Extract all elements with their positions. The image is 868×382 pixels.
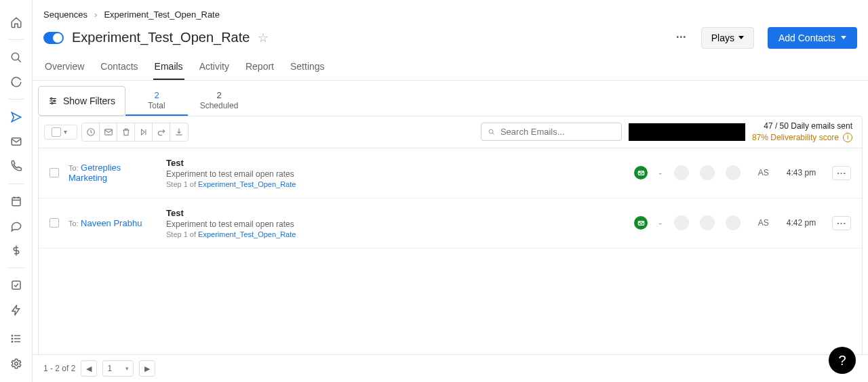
trash-icon[interactable] [117, 123, 135, 141]
redo-icon[interactable] [153, 123, 170, 141]
dash: - [658, 218, 661, 228]
tab-contacts[interactable]: Contacts [99, 54, 139, 80]
search-emails-box[interactable] [481, 123, 622, 141]
dash: - [658, 168, 661, 178]
email-row[interactable]: To: Getreplies Marketing Test Experiment… [39, 148, 862, 198]
stats-box: 47 / 50 Daily emails sent 87% Deliverabi… [752, 121, 856, 144]
email-time: 4:43 pm [787, 168, 816, 177]
filter-tile-total[interactable]: 2 Total [125, 86, 188, 116]
filter-bar: Show Filters 2 Total 2 Scheduled [38, 86, 863, 116]
svg-point-25 [489, 129, 493, 133]
phone-icon[interactable] [5, 156, 27, 176]
page-number-input[interactable]: 1 ▾ [102, 360, 134, 377]
owner-initials: AS [758, 168, 769, 177]
mail-icon[interactable] [5, 131, 27, 152]
chevron-right-icon: › [94, 9, 97, 20]
settings-gear-icon[interactable] [5, 353, 27, 373]
status-sent-icon [634, 166, 648, 179]
row-checkbox[interactable] [50, 218, 59, 228]
status-placeholder-icon [726, 165, 741, 180]
status-placeholder-icon [674, 165, 689, 180]
pagination-range: 1 - 2 of 2 [43, 364, 75, 373]
svg-point-15 [14, 362, 18, 365]
send-icon[interactable] [5, 106, 27, 127]
list-icon[interactable] [5, 328, 27, 349]
mail-icon[interactable] [100, 123, 117, 141]
sequence-link[interactable]: Experiment_Test_Open_Rate [198, 180, 296, 188]
search-icon[interactable] [5, 47, 27, 67]
email-preview: Experiment to test email open rates [166, 169, 625, 179]
plays-button[interactable]: Plays [701, 27, 754, 49]
status-placeholder-icon [700, 215, 715, 230]
status-placeholder-icon [700, 165, 715, 180]
filter-count: 2 [136, 90, 177, 100]
dollar-icon[interactable] [5, 240, 27, 261]
schedule-icon[interactable] [82, 123, 100, 141]
calendar-icon[interactable] [5, 191, 27, 211]
svg-point-12 [12, 335, 13, 337]
recipient-link[interactable]: Naveen Prabhu [81, 218, 142, 228]
svg-rect-8 [12, 281, 20, 289]
redacted-block [629, 123, 745, 141]
svg-point-19 [51, 98, 52, 99]
email-content: Test Experiment to test email open rates… [166, 158, 625, 188]
email-subject: Test [166, 158, 625, 168]
more-actions-icon[interactable]: ··· [669, 26, 693, 49]
show-filters-label: Show Filters [63, 96, 115, 106]
next-page-icon[interactable]: ▶ [139, 360, 155, 377]
search-input[interactable] [500, 127, 614, 137]
tab-report[interactable]: Report [244, 54, 275, 80]
daily-emails-stat: 47 / 50 Daily emails sent [752, 121, 852, 132]
select-all-dropdown-icon[interactable]: ▾ [64, 128, 74, 135]
email-row[interactable]: To: Naveen Prabhu Test Experiment to tes… [39, 198, 862, 249]
chevron-down-icon: ▾ [125, 365, 129, 372]
breadcrumb: Sequences › Experiment_Test_Open_Rate [33, 0, 868, 22]
download-icon[interactable] [170, 123, 188, 141]
email-content: Test Experiment to test email open rates… [166, 208, 625, 238]
home-icon[interactable] [5, 12, 27, 33]
chat-icon[interactable] [5, 215, 27, 236]
toolbar: ▾ 47 / 50 Daily emails sent 87% Delivera… [38, 116, 863, 148]
filter-tile-scheduled[interactable]: 2 Scheduled [188, 86, 250, 116]
email-list: To: Getreplies Marketing Test Experiment… [38, 148, 863, 365]
svg-point-14 [12, 341, 13, 343]
info-icon[interactable]: i [843, 133, 852, 142]
select-all-checkbox[interactable] [52, 127, 61, 137]
recipient-block: To: Getreplies Marketing [68, 163, 157, 183]
svg-line-26 [492, 133, 494, 135]
sequence-toggle[interactable] [43, 32, 64, 44]
to-label: To: [68, 164, 79, 172]
row-more-icon[interactable]: ··· [832, 166, 851, 180]
row-more-icon[interactable]: ··· [832, 216, 851, 230]
email-time: 4:42 pm [787, 218, 816, 228]
svg-point-13 [12, 338, 13, 339]
lightning-icon[interactable] [5, 300, 27, 320]
status-sent-icon [634, 216, 648, 230]
show-filters-button[interactable]: Show Filters [38, 86, 125, 116]
breadcrumb-current: Experiment_Test_Open_Rate [104, 9, 220, 20]
status-placeholder-icon [726, 215, 741, 230]
tab-overview[interactable]: Overview [43, 54, 85, 80]
pagination: 1 - 2 of 2 ◀ 1 ▾ ▶ [33, 354, 868, 382]
row-checkbox[interactable] [50, 168, 59, 177]
favorite-star-icon[interactable]: ☆ [258, 30, 269, 45]
prev-page-icon[interactable]: ◀ [81, 360, 97, 377]
title-row: Experiment_Test_Open_Rate ☆ ··· Plays Ad… [33, 22, 868, 54]
sequence-link[interactable]: Experiment_Test_Open_Rate [198, 230, 296, 238]
left-nav-rail [0, 0, 33, 382]
deliverability-stat: 87% Deliverability score [752, 132, 839, 144]
add-contacts-label: Add Contacts [778, 33, 835, 43]
plays-label: Plays [711, 33, 734, 43]
refresh-icon[interactable] [5, 72, 27, 92]
checklist-icon[interactable] [5, 275, 27, 295]
recipient-block: To: Naveen Prabhu [68, 218, 157, 228]
add-contacts-button[interactable]: Add Contacts [768, 27, 857, 49]
help-bubble-icon[interactable]: ? [829, 347, 856, 374]
svg-point-0 [12, 53, 19, 60]
search-icon [488, 127, 495, 137]
tab-settings[interactable]: Settings [289, 54, 326, 80]
tab-emails[interactable]: Emails [153, 54, 184, 80]
skip-icon[interactable] [135, 123, 153, 141]
breadcrumb-root[interactable]: Sequences [43, 9, 87, 20]
tab-activity[interactable]: Activity [198, 54, 231, 80]
